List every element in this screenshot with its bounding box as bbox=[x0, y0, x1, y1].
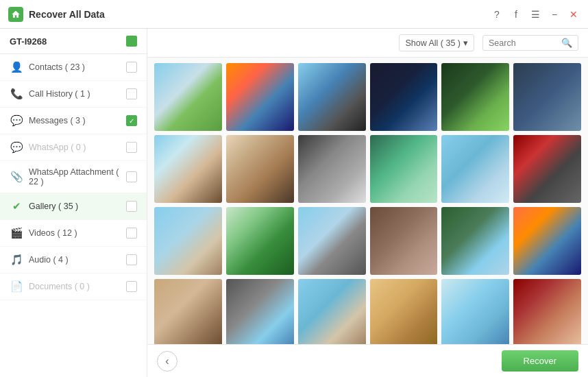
sidebar-item-whatsapp-attachment[interactable]: 📎 WhatsApp Attachment ( 22 ) bbox=[0, 161, 147, 193]
photo-cell[interactable] bbox=[441, 207, 509, 275]
documents-icon: 📄 bbox=[10, 280, 23, 293]
photo-cell[interactable] bbox=[370, 63, 438, 131]
messages-label: Messages ( 3 ) bbox=[29, 116, 126, 125]
device-header: GT-I9268 bbox=[0, 29, 147, 54]
contacts-label: Contacts ( 23 ) bbox=[29, 62, 126, 72]
content-area: Show All ( 35 ) ▾ 🔍 ‹ Recover bbox=[147, 29, 588, 377]
audio-label: Audio ( 4 ) bbox=[29, 255, 126, 265]
window-controls: ? f ☰ − ✕ bbox=[491, 8, 580, 21]
photo-cell[interactable] bbox=[154, 207, 222, 275]
recover-button[interactable]: Recover bbox=[502, 350, 578, 372]
audio-icon: 🎵 bbox=[10, 253, 23, 267]
contacts-checkbox[interactable] bbox=[126, 62, 137, 73]
whatsapp-attachment-checkbox[interactable] bbox=[126, 171, 137, 182]
messages-checkbox[interactable] bbox=[126, 115, 137, 126]
show-all-label: Show All ( 35 ) bbox=[405, 38, 461, 48]
sidebar-item-contacts[interactable]: 👤 Contacts ( 23 ) bbox=[0, 54, 147, 81]
close-icon[interactable]: ✕ bbox=[567, 8, 580, 21]
photo-cell[interactable] bbox=[298, 63, 366, 131]
facebook-icon[interactable]: f bbox=[510, 8, 522, 21]
main-layout: GT-I9268 👤 Contacts ( 23 ) 📞 Call Histor… bbox=[0, 29, 588, 377]
photo-cell[interactable] bbox=[513, 279, 581, 344]
photo-cell[interactable] bbox=[298, 135, 366, 203]
help-icon[interactable]: ? bbox=[491, 8, 503, 21]
sidebar-item-gallery[interactable]: ✔ Gallery ( 35 ) bbox=[0, 193, 147, 220]
bottom-bar: ‹ Recover bbox=[147, 344, 588, 377]
videos-checkbox[interactable] bbox=[126, 228, 137, 239]
audio-checkbox[interactable] bbox=[126, 254, 137, 265]
photo-cell[interactable] bbox=[441, 135, 509, 203]
photo-cell[interactable] bbox=[226, 279, 294, 344]
videos-label: Videos ( 12 ) bbox=[29, 228, 126, 238]
photo-cell[interactable] bbox=[370, 135, 438, 203]
device-status-indicator bbox=[126, 36, 137, 47]
back-button[interactable]: ‹ bbox=[157, 351, 177, 372]
app-icon bbox=[8, 7, 23, 22]
gallery-checkbox[interactable] bbox=[126, 201, 137, 212]
sidebar-item-whatsapp: 💬 WhatsApp ( 0 ) bbox=[0, 134, 147, 161]
photo-cell[interactable] bbox=[441, 63, 509, 131]
search-icon: 🔍 bbox=[561, 38, 572, 48]
videos-icon: 🎬 bbox=[10, 226, 23, 240]
content-toolbar: Show All ( 35 ) ▾ 🔍 bbox=[147, 29, 588, 58]
call-history-icon: 📞 bbox=[10, 87, 23, 101]
device-name: GT-I9268 bbox=[10, 36, 47, 47]
whatsapp-checkbox bbox=[126, 142, 137, 153]
show-all-chevron-icon: ▾ bbox=[463, 38, 468, 48]
gallery-icon: ✔ bbox=[10, 199, 23, 213]
whatsapp-icon: 💬 bbox=[10, 141, 23, 154]
sidebar-items-list: 👤 Contacts ( 23 ) 📞 Call History ( 1 ) 💬… bbox=[0, 54, 147, 377]
photo-cell[interactable] bbox=[226, 207, 294, 275]
minimize-icon[interactable]: − bbox=[548, 8, 561, 21]
photo-cell[interactable] bbox=[226, 63, 294, 131]
sidebar-item-videos[interactable]: 🎬 Videos ( 12 ) bbox=[0, 220, 147, 247]
call-history-label: Call History ( 1 ) bbox=[29, 89, 126, 99]
photo-cell[interactable] bbox=[513, 135, 581, 203]
messages-icon: 💬 bbox=[10, 114, 23, 127]
sidebar-item-documents: 📄 Documents ( 0 ) bbox=[0, 273, 147, 300]
photo-grid-wrapper bbox=[147, 58, 588, 344]
search-box: 🔍 bbox=[482, 35, 578, 51]
photo-cell[interactable] bbox=[154, 135, 222, 203]
whatsapp-attachment-icon: 📎 bbox=[10, 170, 23, 184]
app-title: Recover All Data bbox=[29, 9, 491, 20]
search-input[interactable] bbox=[489, 38, 557, 48]
whatsapp-label: WhatsApp ( 0 ) bbox=[29, 143, 126, 152]
titlebar: Recover All Data ? f ☰ − ✕ bbox=[0, 0, 588, 29]
documents-label: Documents ( 0 ) bbox=[29, 282, 126, 291]
call-history-checkbox[interactable] bbox=[126, 88, 137, 99]
photo-grid bbox=[154, 63, 581, 344]
photo-cell[interactable] bbox=[370, 279, 438, 344]
photo-cell[interactable] bbox=[226, 135, 294, 203]
show-all-button[interactable]: Show All ( 35 ) ▾ bbox=[399, 34, 474, 51]
menu-icon[interactable]: ☰ bbox=[529, 8, 541, 21]
sidebar-item-messages[interactable]: 💬 Messages ( 3 ) bbox=[0, 108, 147, 134]
documents-checkbox bbox=[126, 281, 137, 292]
photo-cell[interactable] bbox=[370, 207, 438, 275]
photo-cell[interactable] bbox=[154, 63, 222, 131]
gallery-label: Gallery ( 35 ) bbox=[29, 202, 126, 211]
photo-cell[interactable] bbox=[298, 279, 366, 344]
sidebar-item-call-history[interactable]: 📞 Call History ( 1 ) bbox=[0, 81, 147, 108]
photo-cell[interactable] bbox=[154, 279, 222, 344]
photo-cell[interactable] bbox=[441, 279, 509, 344]
whatsapp-attachment-label: WhatsApp Attachment ( 22 ) bbox=[29, 167, 126, 186]
photo-cell[interactable] bbox=[513, 63, 581, 131]
photo-cell[interactable] bbox=[513, 207, 581, 275]
contacts-icon: 👤 bbox=[10, 60, 23, 74]
sidebar-item-audio[interactable]: 🎵 Audio ( 4 ) bbox=[0, 247, 147, 273]
photo-cell[interactable] bbox=[298, 207, 366, 275]
sidebar: GT-I9268 👤 Contacts ( 23 ) 📞 Call Histor… bbox=[0, 29, 147, 377]
